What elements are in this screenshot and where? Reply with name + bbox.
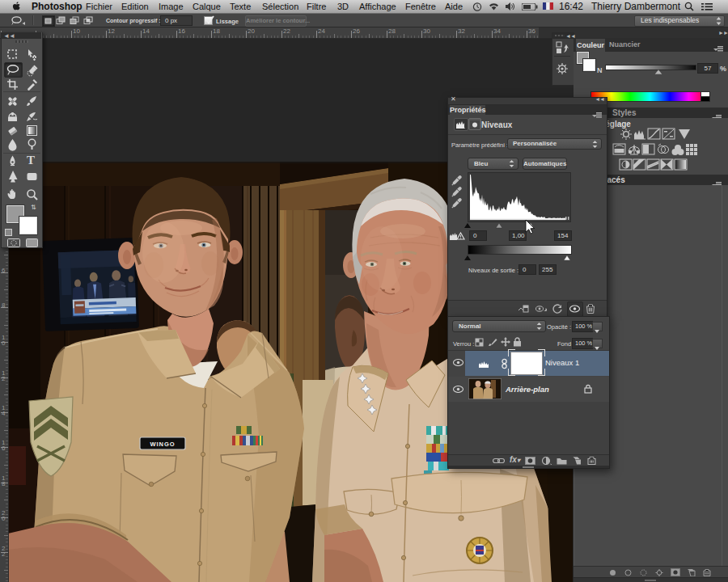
svg-text:WINGO: WINGO: [150, 441, 175, 448]
